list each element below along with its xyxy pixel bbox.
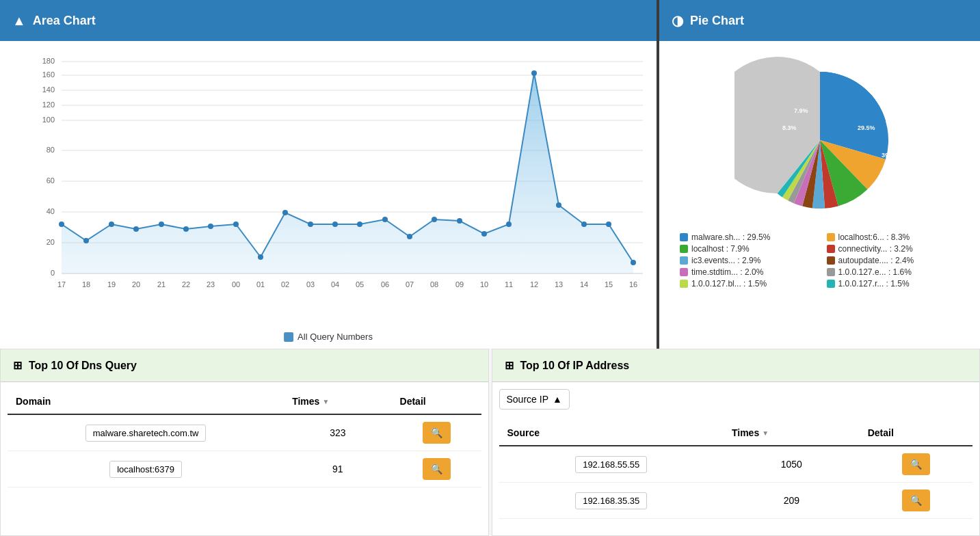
ip-col-times: Times ▼	[724, 420, 860, 446]
data-point-3	[133, 226, 139, 232]
x-label-18: 18	[82, 280, 90, 289]
legend-item-1: localhost:6... : 8.3%	[827, 232, 960, 242]
x-label-04: 04	[331, 280, 339, 289]
ip-table-container: Source IP ▲ Source Times ▼ Detail	[492, 382, 980, 526]
legend-color-3	[827, 245, 835, 253]
y-label-120: 120	[42, 100, 55, 109]
ip-panel: ⊞ Top 10 Of IP Address Source IP ▲ Sourc…	[492, 349, 981, 536]
legend-color-8	[680, 280, 688, 288]
data-point-1	[83, 238, 89, 243]
dns-table: Domain Times ▼ Detail malware.sha	[8, 389, 481, 487]
ip-sort-icon: ▼	[762, 429, 769, 437]
x-label-15: 15	[605, 280, 613, 289]
dns-panel: ⊞ Top 10 Of Dns Query Domain Times ▼ Det…	[0, 349, 489, 536]
x-label-07: 07	[406, 280, 414, 289]
data-point-20	[556, 202, 561, 208]
data-point-23	[631, 260, 636, 265]
legend-color-6	[680, 268, 688, 276]
y-label-160: 160	[42, 70, 55, 79]
legend-item-3: connectivity... : 3.2%	[827, 244, 960, 254]
ip-ip-cell-1: 192.168.35.35	[499, 483, 724, 519]
pie-label-gray-right: 39.3%	[882, 152, 899, 159]
x-label-19: 19	[107, 280, 116, 289]
area-chart-body: 180 160 140 120 100 80 60 40 20 0	[0, 41, 657, 349]
dns-header: ⊞ Top 10 Of Dns Query	[1, 349, 488, 382]
ip-table: Source Times ▼ Detail 192.168.55.	[499, 420, 973, 519]
legend-item-9: 1.0.0.127.r... : 1.5%	[827, 279, 960, 289]
legend-label-4: ic3.events... : 2.9%	[691, 256, 760, 265]
x-label-05: 05	[356, 280, 364, 289]
source-ip-dropdown[interactable]: Source IP ▲	[499, 389, 570, 410]
dns-col-domain: Domain	[8, 389, 284, 414]
y-label-0: 0	[51, 269, 55, 277]
x-label-14: 14	[580, 280, 588, 289]
ip-header: ⊞ Top 10 Of IP Address	[492, 349, 980, 382]
data-point-22	[606, 222, 611, 227]
ip-search-button-0[interactable]: 🔍	[902, 453, 930, 475]
data-point-18	[506, 222, 512, 227]
pie-chart-svg: 29.5% 8.3% 7.9% 39.3%	[734, 55, 905, 226]
legend-item-8: 1.0.0.127.bl... : 1.5%	[680, 279, 813, 289]
data-point-7	[233, 222, 239, 227]
x-label-08: 08	[430, 280, 438, 289]
chart-legend-label: All Query Numbers	[297, 332, 373, 342]
x-label-09: 09	[455, 280, 464, 289]
y-label-40: 40	[47, 207, 55, 215]
dns-title: Top 10 Of Dns Query	[29, 360, 137, 372]
legend-color-2	[680, 245, 688, 253]
legend-label-0: malware.sh... : 29.5%	[691, 232, 770, 242]
x-label-02: 02	[281, 280, 289, 289]
y-label-80: 80	[47, 146, 55, 154]
legend-item-6: time.stdtim... : 2.0%	[680, 267, 813, 277]
pie-chart-body: 29.5% 8.3% 7.9% 39.3% malware.sh... : 29…	[659, 41, 980, 349]
data-point-0	[59, 222, 64, 227]
data-point-17	[481, 231, 487, 237]
data-point-9	[282, 210, 288, 215]
pie-label-orange: 8.3%	[782, 124, 797, 131]
y-label-180: 180	[42, 57, 55, 65]
x-label-11: 11	[505, 280, 513, 289]
table-row: 192.168.35.35 209 🔍	[499, 483, 973, 519]
pie-label-green: 7.9%	[794, 107, 808, 114]
ip-table-header-row: Source Times ▼ Detail	[499, 420, 973, 446]
data-point-13	[382, 217, 388, 222]
data-point-6	[208, 224, 213, 229]
pie-label-blue: 29.5%	[858, 124, 875, 131]
ip-search-button-1[interactable]: 🔍	[902, 490, 930, 511]
data-point-10	[308, 222, 313, 227]
dns-col-times: Times ▼	[284, 389, 391, 414]
x-label-12: 12	[530, 280, 538, 289]
dns-search-button-0[interactable]: 🔍	[423, 422, 451, 444]
data-point-2	[109, 222, 114, 227]
ip-detail-cell-1: 🔍	[860, 483, 972, 519]
area-chart-svg: 180 160 140 120 100 80 60 40 20 0	[34, 48, 650, 314]
ip-title: Top 10 Of IP Address	[520, 360, 630, 372]
dns-sort-icon: ▼	[322, 398, 329, 405]
table-row: malware.sharetech.com.tw 323 🔍	[8, 414, 481, 451]
ip-table-icon: ⊞	[505, 359, 514, 372]
legend-item-7: 1.0.0.127.e... : 1.6%	[827, 267, 960, 277]
legend-item-2: localhost : 7.9%	[680, 244, 813, 254]
dns-table-container: Domain Times ▼ Detail malware.sha	[1, 382, 488, 494]
legend-item-0: malware.sh... : 29.5%	[680, 232, 813, 242]
legend-color-0	[680, 233, 688, 241]
dns-detail-cell-0: 🔍	[392, 414, 481, 451]
ip-times-cell-1: 209	[724, 483, 860, 519]
data-point-12	[357, 222, 362, 227]
x-label-21: 21	[157, 280, 165, 289]
dns-search-button-1[interactable]: 🔍	[423, 458, 451, 480]
data-point-16	[457, 218, 462, 224]
domain-badge-0: malware.sharetech.com.tw	[85, 425, 207, 442]
legend-label-9: 1.0.0.127.r... : 1.5%	[838, 279, 910, 289]
legend-color-7	[827, 268, 835, 276]
y-label-60: 60	[47, 176, 55, 185]
legend-color-1	[827, 233, 835, 241]
area-chart-panel: ▲ Area Chart 180 160 140 120 100 80 60 4…	[0, 0, 657, 349]
x-label-20: 20	[132, 280, 140, 289]
x-label-03: 03	[306, 280, 315, 289]
pie-chart-icon: ◑	[672, 12, 683, 29]
y-label-20: 20	[47, 238, 55, 246]
dns-domain-cell-1: localhost:6379	[8, 451, 284, 487]
y-label-100: 100	[42, 116, 55, 124]
area-chart-header: ▲ Area Chart	[0, 0, 657, 41]
